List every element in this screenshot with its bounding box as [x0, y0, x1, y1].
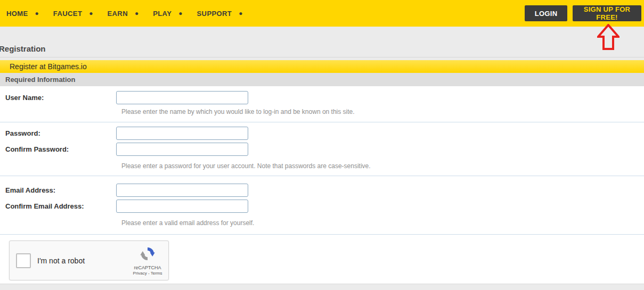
red-arrow-icon — [597, 24, 619, 50]
recaptcha-widget: I'm not a robot reCAPTCHA Privacy - Term… — [9, 241, 644, 280]
nav-label: FAUCET — [53, 10, 82, 18]
heading-band: Registration — [0, 27, 644, 60]
section-title-bar: Register at Bitgames.io — [0, 60, 644, 73]
password-label: Password: — [0, 127, 116, 137]
robot-checkbox[interactable] — [16, 253, 31, 268]
nav-label: EARN — [108, 10, 128, 18]
links-separator: - — [148, 271, 150, 276]
bullet-icon: ● — [178, 10, 182, 16]
nav-label: PLAY — [153, 10, 172, 18]
email-input[interactable] — [116, 184, 248, 197]
nav-item-play[interactable]: PLAY ● — [153, 10, 182, 18]
bullet-icon: ● — [35, 10, 39, 16]
recaptcha-logo: reCAPTCHA Privacy - Terms — [129, 246, 166, 276]
nav-item-home[interactable]: HOME ● — [6, 10, 39, 18]
username-row: User Name: Please enter the name by whic… — [0, 86, 644, 122]
required-info-bar: Required Information — [0, 73, 644, 86]
bullet-icon: ● — [135, 10, 138, 16]
robot-checkbox-label: I'm not a robot — [37, 256, 129, 265]
nav-item-support[interactable]: SUPPORT ● — [197, 10, 243, 18]
top-nav: HOME ● FAUCET ● EARN ● PLAY ● SUPPORT ● … — [0, 0, 644, 27]
confirm-password-label: Confirm Password: — [0, 143, 116, 153]
terms-link[interactable]: Terms — [151, 271, 162, 276]
password-help: Please enter a password for your user ac… — [121, 162, 644, 170]
footer-strip — [0, 284, 644, 290]
bullet-icon: ● — [239, 10, 242, 16]
username-input[interactable] — [116, 91, 248, 104]
login-button[interactable]: LOGIN — [525, 5, 567, 21]
signup-button[interactable]: SIGN UP FOR FREE! — [573, 5, 641, 21]
nav-label: HOME — [6, 10, 28, 18]
registration-form: User Name: Please enter the name by whic… — [0, 86, 644, 280]
nav-label: SUPPORT — [197, 10, 232, 18]
recaptcha-brand: reCAPTCHA — [129, 265, 166, 270]
password-input[interactable] — [116, 127, 248, 140]
email-row: Email Address: Confirm Email Address: Pl… — [0, 176, 644, 235]
recaptcha-box: I'm not a robot reCAPTCHA Privacy - Term… — [9, 241, 169, 280]
nav-item-faucet[interactable]: FAUCET ● — [53, 10, 93, 18]
privacy-link[interactable]: Privacy — [133, 271, 147, 276]
recaptcha-icon — [140, 246, 156, 262]
username-label: User Name: — [0, 91, 116, 102]
nav-item-earn[interactable]: EARN ● — [108, 10, 139, 18]
email-help: Please enter a valid email address for y… — [121, 219, 644, 227]
password-row: Password: Confirm Password: Please enter… — [0, 122, 644, 176]
bullet-icon: ● — [89, 10, 93, 16]
email-label: Email Address: — [0, 184, 116, 194]
confirm-email-input[interactable] — [116, 200, 248, 213]
recaptcha-links: Privacy - Terms — [129, 271, 166, 276]
confirm-email-label: Confirm Email Address: — [0, 200, 116, 210]
username-help: Please enter the name by which you would… — [121, 108, 644, 115]
page-title: Registration — [0, 27, 644, 53]
confirm-password-input[interactable] — [116, 143, 248, 156]
